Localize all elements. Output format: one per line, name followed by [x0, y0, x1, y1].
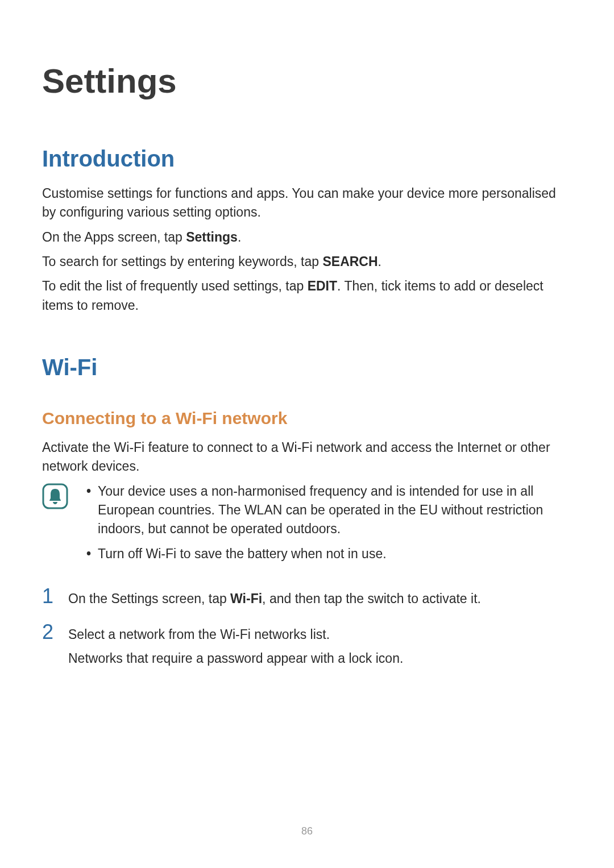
text: To search for settings by entering keywo… — [42, 254, 322, 269]
bullet-dot-icon: • — [86, 545, 91, 563]
bullet-dot-icon: • — [86, 482, 91, 539]
text: , and then tap the switch to activate it… — [262, 591, 481, 606]
intro-para-4: To edit the list of frequently used sett… — [42, 277, 572, 315]
intro-para-2: On the Apps screen, tap Settings. — [42, 228, 572, 247]
wifi-para-1: Activate the Wi-Fi feature to connect to… — [42, 438, 572, 476]
text: To edit the list of frequently used sett… — [42, 279, 308, 293]
step-2-line-1: Select a network from the Wi-Fi networks… — [68, 625, 572, 644]
step-2-line-2: Networks that require a password appear … — [68, 649, 572, 668]
step-body: On the Settings screen, tap Wi-Fi, and t… — [68, 586, 572, 613]
intro-para-1: Customise settings for functions and app… — [42, 184, 572, 222]
page-title: Settings — [42, 61, 572, 101]
section-heading-wifi: Wi-Fi — [42, 355, 572, 380]
notice-body: • Your device uses a non-harmonised freq… — [81, 482, 572, 569]
notice-block: • Your device uses a non-harmonised freq… — [42, 482, 572, 569]
bullet-text: Your device uses a non-harmonised freque… — [98, 482, 572, 539]
step-number: 2 — [42, 622, 58, 642]
page-content: Settings Introduction Customise settings… — [0, 0, 614, 672]
page-number: 86 — [0, 825, 614, 837]
bold-settings: Settings — [186, 230, 238, 244]
step-number: 1 — [42, 586, 58, 607]
step-1-text: On the Settings screen, tap Wi-Fi, and t… — [68, 589, 572, 608]
bold-search: SEARCH — [322, 254, 377, 269]
text: On the Settings screen, tap — [68, 591, 230, 606]
bold-wifi: Wi-Fi — [230, 591, 262, 606]
section-heading-introduction: Introduction — [42, 146, 572, 172]
text: On the Apps screen, tap — [42, 230, 186, 244]
sub-heading-connecting: Connecting to a Wi-Fi network — [42, 409, 572, 428]
step-1: 1 On the Settings screen, tap Wi-Fi, and… — [42, 586, 572, 613]
intro-para-3: To search for settings by entering keywo… — [42, 252, 572, 271]
notice-bullet-2: • Turn off Wi-Fi to save the battery whe… — [86, 545, 572, 563]
step-body: Select a network from the Wi-Fi networks… — [68, 622, 572, 672]
notice-bullet-1: • Your device uses a non-harmonised freq… — [86, 482, 572, 539]
bold-edit: EDIT — [308, 279, 337, 293]
bullet-text: Turn off Wi-Fi to save the battery when … — [98, 545, 572, 563]
step-2: 2 Select a network from the Wi-Fi networ… — [42, 622, 572, 672]
notice-bell-icon — [42, 483, 68, 512]
text: . — [238, 230, 241, 244]
text: . — [378, 254, 381, 269]
